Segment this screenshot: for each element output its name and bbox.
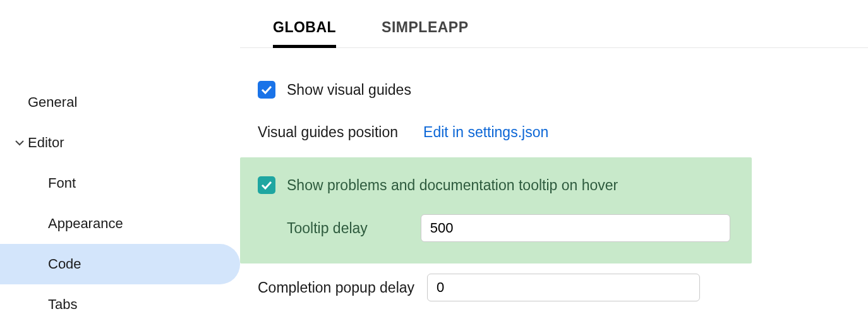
- sidebar-item-label: General: [28, 94, 77, 111]
- setting-label: Tooltip delay: [287, 220, 368, 237]
- sidebar-item-code[interactable]: Code: [0, 244, 240, 284]
- sidebar-item-label: Code: [48, 256, 81, 272]
- sidebar-item-label: Appearance: [48, 215, 123, 232]
- setting-label: Visual guides position: [258, 124, 398, 141]
- sidebar-item-label: Tabs: [48, 296, 77, 313]
- setting-label: Show visual guides: [287, 82, 411, 99]
- sidebar-item-general[interactable]: General: [0, 82, 240, 123]
- tooltip-delay-input[interactable]: [421, 214, 730, 242]
- setting-label: Completion popup delay: [258, 279, 414, 296]
- setting-completion-popup-delay: Completion popup delay: [240, 263, 868, 301]
- tab-global[interactable]: GLOBAL: [273, 13, 336, 47]
- main-content: GLOBAL SIMPLEAPP Show visual guides Visu…: [240, 0, 868, 321]
- chevron-down-icon: [13, 136, 27, 150]
- sidebar-item-appearance[interactable]: Appearance: [0, 203, 240, 244]
- sidebar-item-font[interactable]: Font: [0, 163, 240, 203]
- setting-show-tooltip: Show problems and documentation tooltip …: [240, 169, 752, 202]
- sidebar-item-label: Editor: [28, 135, 64, 151]
- sidebar-item-label: Font: [48, 175, 76, 191]
- tab-label: GLOBAL: [273, 19, 336, 35]
- check-icon: [261, 181, 272, 190]
- highlighted-settings-block: Show problems and documentation tooltip …: [240, 157, 752, 263]
- setting-visual-guides-position: Visual guides position Edit in settings.…: [240, 106, 868, 141]
- tabs: GLOBAL SIMPLEAPP: [240, 13, 868, 48]
- sidebar-item-editor[interactable]: Editor: [0, 123, 240, 163]
- completion-popup-delay-input[interactable]: [427, 274, 700, 301]
- edit-in-settings-link[interactable]: Edit in settings.json: [423, 124, 548, 141]
- checkbox-show-tooltip[interactable]: [258, 176, 275, 194]
- tab-simpleapp[interactable]: SIMPLEAPP: [382, 13, 468, 47]
- tab-label: SIMPLEAPP: [382, 19, 468, 35]
- setting-show-visual-guides: Show visual guides: [240, 73, 868, 106]
- setting-label: Show problems and documentation tooltip …: [287, 177, 618, 194]
- checkbox-show-visual-guides[interactable]: [258, 81, 275, 99]
- settings-area: Show visual guides Visual guides positio…: [240, 48, 868, 301]
- check-icon: [261, 85, 272, 94]
- sidebar: General Editor Font Appearance Code Tabs: [0, 0, 240, 321]
- setting-tooltip-delay: Tooltip delay: [240, 202, 752, 250]
- sidebar-item-tabs[interactable]: Tabs: [0, 284, 240, 321]
